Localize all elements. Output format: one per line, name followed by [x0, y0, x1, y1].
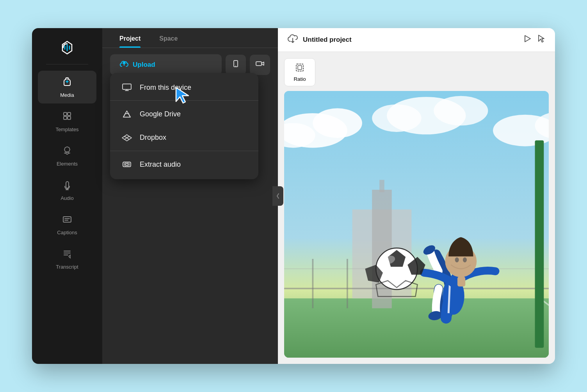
dropdown-item-dropbox[interactable]: Dropbox: [110, 126, 258, 149]
svg-point-32: [434, 96, 488, 126]
tab-space[interactable]: Space: [150, 28, 187, 48]
svg-rect-16: [256, 62, 261, 66]
sidebar-item-media-label: Media: [60, 92, 74, 98]
svg-rect-40: [372, 190, 392, 308]
svg-marker-24: [525, 36, 530, 42]
svg-rect-25: [296, 64, 303, 71]
sidebar-item-audio[interactable]: Audio: [38, 174, 96, 207]
svg-point-33: [372, 104, 421, 132]
svg-rect-54: [457, 277, 465, 287]
sidebar-item-audio-label: Audio: [60, 195, 73, 201]
dropdown-item-extract-audio-label: Extract audio: [140, 160, 181, 169]
sidebar-divider: [46, 64, 88, 64]
captions-icon: [62, 214, 73, 227]
dropdown-item-dropbox-label: Dropbox: [140, 134, 166, 142]
app-logo: [57, 37, 77, 58]
tab-project[interactable]: Project: [110, 28, 150, 48]
upload-button[interactable]: Upload: [110, 54, 222, 75]
preview-image: [284, 91, 549, 358]
phone-upload-button[interactable]: [226, 55, 246, 75]
svg-rect-4: [68, 116, 71, 119]
dropdown-item-extract-audio[interactable]: Extract audio: [110, 153, 258, 176]
panel-collapse-handle[interactable]: [272, 186, 283, 206]
project-title: Untitled project: [303, 36, 352, 44]
cloud-save-icon: [287, 34, 298, 46]
sidebar-item-transcript-label: Transcript: [56, 264, 78, 270]
svg-rect-8: [63, 217, 71, 222]
preview-content: Ratio: [278, 52, 555, 364]
templates-icon: [62, 110, 73, 124]
svg-rect-41: [379, 180, 384, 192]
video-camera-icon: [255, 59, 265, 70]
svg-point-29: [313, 108, 362, 138]
upload-cloud-icon: [119, 59, 129, 70]
svg-rect-18: [123, 162, 131, 167]
sidebar-item-elements-label: Elements: [57, 161, 78, 167]
sidebar-item-captions[interactable]: Captions: [38, 208, 96, 241]
phone-icon: [231, 59, 240, 70]
dropbox-icon: [121, 133, 133, 142]
media-icon: [62, 76, 73, 90]
svg-point-0: [67, 78, 68, 80]
svg-rect-2: [68, 112, 71, 116]
svg-point-52: [455, 257, 459, 262]
svg-rect-36: [284, 298, 549, 358]
elements-icon: [62, 145, 73, 159]
sidebar-item-transcript[interactable]: Transcript: [38, 242, 96, 275]
svg-point-53: [463, 257, 467, 262]
monitor-icon: [121, 83, 133, 92]
svg-point-19: [126, 163, 128, 166]
preview-header: Untitled project: [278, 28, 555, 52]
play-button[interactable]: [523, 34, 532, 45]
sidebar-item-media[interactable]: Media: [38, 71, 96, 103]
upload-button-label: Upload: [133, 61, 155, 69]
svg-point-15: [235, 66, 236, 66]
sidebar-item-captions-label: Captions: [57, 230, 77, 235]
svg-rect-1: [64, 112, 67, 116]
google-drive-icon: [121, 109, 133, 119]
sidebar-item-templates[interactable]: Templates: [38, 105, 96, 138]
dropdown-item-google-drive[interactable]: Google Drive: [110, 102, 258, 126]
transcript-icon: [62, 248, 73, 262]
dropdown-divider-2: [110, 151, 258, 151]
svg-rect-3: [64, 116, 67, 119]
dropdown-item-google-drive-label: Google Drive: [140, 110, 181, 118]
preview-title-area: Untitled project: [287, 34, 352, 46]
preview-controls: [523, 34, 546, 45]
ratio-icon: [295, 62, 305, 74]
sidebar: Media Templates: [32, 28, 102, 364]
svg-rect-26: [298, 66, 302, 69]
main-panel: Project Space Upload: [102, 28, 278, 364]
svg-rect-17: [123, 84, 131, 89]
video-camera-button[interactable]: [250, 55, 270, 75]
audio-icon: [62, 179, 73, 193]
ratio-button[interactable]: Ratio: [284, 58, 315, 86]
cursor-tool-button[interactable]: [537, 34, 546, 45]
preview-panel: Untitled project: [278, 28, 555, 364]
sidebar-item-elements[interactable]: Elements: [38, 139, 96, 172]
svg-rect-47: [535, 140, 544, 347]
sidebar-item-templates-label: Templates: [55, 127, 78, 132]
extract-audio-icon: [121, 160, 133, 169]
ratio-label: Ratio: [294, 76, 306, 82]
app-container: Media Templates: [32, 28, 555, 364]
tabs-header: Project Space: [102, 28, 278, 48]
